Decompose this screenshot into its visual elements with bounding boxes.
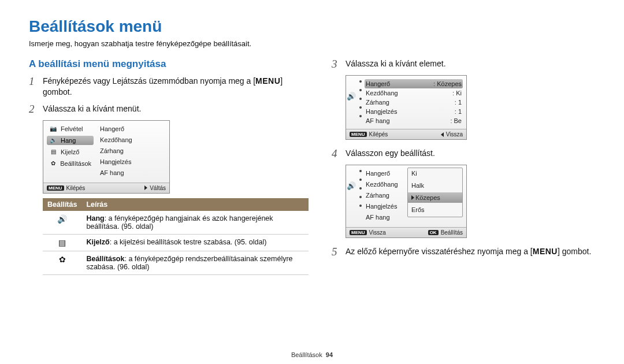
gear-icon: ✿: [59, 255, 66, 264]
screen-right-list: Hangerő Kezdőhang Zárhang Hangjelzés AF …: [96, 121, 169, 183]
arrow-right-icon: [144, 185, 147, 190]
left-column: A beállítási menü megnyitása 1 Fényképez…: [29, 58, 309, 275]
list-item[interactable]: Hangjelzés 1: [365, 107, 463, 116]
display-icon: ▤: [49, 148, 57, 155]
menu-label: Kijelző: [61, 148, 79, 155]
step-text: Válassza ki a kívánt menüt.: [43, 103, 309, 114]
table-row: ✿ Beállítások: a fényképezőgép rendszerb…: [43, 251, 309, 274]
section-title: A beállítási menü megnyitása: [29, 58, 309, 70]
list-item[interactable]: Hangerő: [365, 169, 407, 178]
camera-screen-option: 🔊 Hangerő Kezdőhang Zárhang Hangjelzés A…: [346, 165, 467, 238]
table-head-settings: Beállítás: [43, 198, 81, 211]
camera-screen-item: 🔊 Hangerő Közepes Kezdőhang Ki: [346, 75, 467, 140]
row-label: Hangjelzés: [366, 108, 397, 115]
row-bold: Kijelző: [86, 238, 109, 246]
row-bold: Hang: [86, 214, 104, 222]
table-row: ▤ Kijelző: a kijelzési beállítások testr…: [43, 234, 309, 251]
menu-item-kijelzo[interactable]: ▤ Kijelző: [47, 147, 94, 157]
row-label: AF hang: [366, 117, 390, 124]
step-5-text-a: Az előző képernyőre visszatéréshez nyomj…: [346, 247, 533, 256]
step-1: 1 Fényképezés vagy Lejátszás üzemmódban …: [29, 76, 309, 98]
dot-column: [356, 165, 365, 227]
list-item[interactable]: Hangerő Közepes: [365, 79, 463, 88]
step-text: Válasszon egy beállítást.: [346, 148, 595, 159]
settings-table: Beállítás Leírás 🔊 Hang: a fényképezőgép…: [43, 198, 309, 275]
page-footer: Beállítások 94: [0, 351, 624, 358]
option-label: Közepes: [415, 194, 440, 201]
option-item[interactable]: Erős: [408, 205, 462, 215]
sub-item[interactable]: Zárhang: [99, 146, 166, 155]
row-value: Be: [450, 117, 462, 124]
row-text: : a kijelzési beállítások testre szabása…: [110, 238, 267, 246]
dot-column: [356, 76, 365, 129]
screen-footer: MENU Kilépés Vissza: [346, 129, 466, 139]
step-number: 5: [332, 246, 341, 257]
step-number: 1: [29, 76, 38, 87]
option-item[interactable]: Ki: [408, 168, 462, 179]
page-title: Beállítások menü: [29, 17, 595, 36]
menu-label: Beállítások: [60, 160, 91, 167]
menu-item-beallitasok[interactable]: ✿ Beállítások: [47, 159, 94, 168]
arrow-left-icon: [441, 132, 444, 137]
row-value: Közepes: [433, 80, 462, 87]
footer-left-label[interactable]: Kilépés: [66, 185, 86, 191]
footer-right-label[interactable]: Vissza: [446, 131, 463, 138]
step-2: 2 Válassza ki a kívánt menüt.: [29, 103, 309, 114]
sub-item[interactable]: Hangjelzés: [99, 157, 166, 166]
list-item[interactable]: Kezdőhang: [365, 180, 407, 189]
speaker-icon: 🔊: [346, 181, 356, 227]
step-number: 3: [332, 58, 341, 69]
menu-item-hang[interactable]: 🔊 Hang: [47, 136, 94, 145]
table-head-desc: Leírás: [81, 198, 309, 211]
speaker-icon: 🔊: [57, 214, 67, 224]
step-text: Az előző képernyőre visszatéréshez nyomj…: [346, 246, 595, 257]
step-5: 5 Az előző képernyőre visszatéréshez nyo…: [332, 246, 595, 257]
ok-chip: OK: [428, 230, 439, 235]
sub-item[interactable]: Kezdőhang: [99, 135, 166, 144]
list-item[interactable]: Zárhang 1: [365, 98, 463, 107]
list-item[interactable]: Hangjelzés: [365, 202, 407, 211]
menu-chip: MENU: [47, 185, 64, 191]
menu-chip: MENU: [350, 230, 367, 235]
sub-item[interactable]: Hangerő: [99, 124, 166, 133]
right-column: 3 Válassza ki a kívánt elemet. 🔊 Hangerő…: [332, 58, 595, 275]
option-item-selected[interactable]: Közepes: [408, 192, 462, 203]
menu-label: Felvétel: [61, 125, 83, 132]
list-item[interactable]: AF hang: [365, 213, 407, 222]
menu-chip: MENU: [350, 132, 367, 137]
row-value: 1: [455, 99, 462, 106]
speaker-icon: 🔊: [346, 92, 356, 129]
footer-page-number: 94: [326, 351, 333, 358]
camera-screen-menu: 📷 Felvétel 🔊 Hang ▤ Kijelző ✿ Beállításo…: [43, 120, 170, 194]
step-4: 4 Válasszon egy beállítást.: [332, 148, 595, 159]
menu-keyword: MENU: [255, 76, 280, 86]
sub-item[interactable]: AF hang: [99, 168, 166, 177]
speaker-icon: 🔊: [49, 137, 57, 144]
camera-icon: 📷: [49, 125, 57, 132]
row-label: Zárhang: [366, 99, 389, 106]
row-label: Kezdőhang: [366, 90, 398, 96]
row-value: Ki: [452, 90, 462, 96]
table-row: 🔊 Hang: a fényképezőgép hangjainak és az…: [43, 211, 309, 235]
gear-icon: ✿: [49, 160, 57, 167]
menu-label: Hang: [61, 137, 76, 144]
footer-left-label[interactable]: Vissza: [369, 229, 386, 236]
option-item[interactable]: Halk: [408, 180, 462, 191]
screen-left-list: 📷 Felvétel 🔊 Hang ▤ Kijelző ✿ Beállításo…: [43, 121, 96, 183]
footer-left-label[interactable]: Kilépés: [369, 131, 388, 138]
list-item[interactable]: Zárhang: [365, 191, 407, 200]
step-text: Válassza ki a kívánt elemet.: [346, 58, 595, 69]
arrow-right-icon: [411, 195, 414, 200]
menu-item-felvetel[interactable]: 📷 Felvétel: [47, 124, 94, 133]
step-1-text-a: Fényképezés vagy Lejátszás üzemmódban ny…: [43, 76, 255, 86]
list-item[interactable]: Kezdőhang Ki: [365, 88, 463, 98]
row-value: 1: [455, 108, 462, 115]
screen-footer: MENU Kilépés Váltás: [43, 183, 169, 193]
step-number: 2: [29, 103, 38, 114]
row-bold: Beállítások: [86, 255, 124, 263]
footer-right-label[interactable]: Beállítás: [441, 229, 463, 236]
list-item[interactable]: AF hang Be: [365, 116, 463, 125]
footer-right-label[interactable]: Váltás: [150, 185, 166, 191]
screen-footer: MENU Vissza OK Beállítás: [346, 227, 466, 237]
row-text: : a fényképezőgép hangjainak és azok han…: [86, 214, 273, 231]
